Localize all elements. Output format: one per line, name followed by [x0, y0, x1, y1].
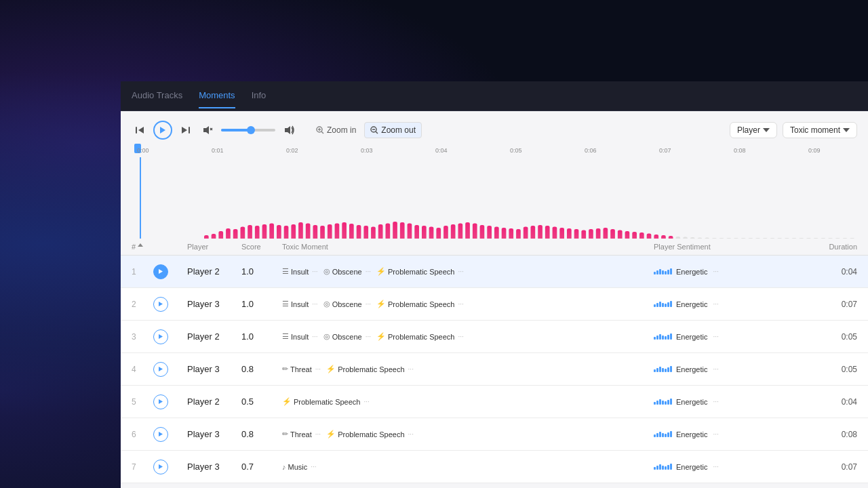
sentiment-more-dots[interactable]: ··· — [713, 333, 718, 340]
svg-rect-3 — [189, 127, 190, 134]
tag-more-dots[interactable]: ··· — [311, 463, 316, 470]
tag-more-dots[interactable]: ··· — [312, 333, 317, 340]
row-play-button[interactable] — [153, 460, 168, 474]
table-row[interactable]: 5Player 20.5⚡Problematic Speech···Energe… — [121, 386, 868, 418]
tab-moments[interactable]: Moments — [199, 90, 235, 108]
tag-more-dots[interactable]: ··· — [366, 300, 371, 308]
tags-cell: ♪Music··· — [282, 463, 654, 471]
moment-filter-dropdown[interactable]: Toxic moment — [783, 122, 857, 138]
zoom-in-button[interactable]: Zoom in — [311, 123, 361, 138]
row-index: 4 — [132, 365, 153, 374]
time-6: 0:06 — [585, 147, 597, 154]
svg-rect-19 — [212, 234, 216, 239]
row-play-button[interactable] — [153, 297, 168, 312]
time-4: 0:04 — [435, 147, 448, 154]
svg-line-14 — [376, 131, 378, 134]
sentiment-more-dots[interactable]: ··· — [713, 398, 718, 405]
col-header-score: Score — [241, 243, 282, 251]
play-col — [153, 264, 187, 279]
tag-more-dots[interactable]: ··· — [312, 300, 317, 308]
table-row[interactable]: 4Player 30.8✏Threat···⚡Problematic Speec… — [121, 353, 868, 386]
tag-more-dots[interactable]: ··· — [458, 333, 463, 340]
tab-info[interactable]: Info — [252, 90, 267, 108]
waveform-area[interactable] — [132, 157, 857, 239]
score-value: 0.8 — [241, 364, 282, 374]
svg-rect-37 — [342, 222, 347, 239]
tag-more-dots[interactable]: ··· — [408, 365, 414, 373]
row-play-button[interactable] — [153, 427, 168, 442]
tag: ⚡Problematic Speech··· — [326, 365, 414, 373]
svg-rect-33 — [313, 225, 318, 239]
sentiment-more-dots[interactable]: ··· — [713, 430, 718, 438]
sentiment-more-dots[interactable]: ··· — [713, 365, 718, 373]
waveform-svg — [132, 211, 857, 239]
player-filter-dropdown[interactable]: Player — [730, 122, 777, 138]
sentiment-more-dots[interactable]: ··· — [713, 300, 718, 308]
tag: ⚡Problematic Speech··· — [326, 430, 414, 439]
svg-rect-44 — [393, 222, 397, 239]
skip-forward-button[interactable] — [178, 122, 194, 138]
tag-more-dots[interactable]: ··· — [408, 430, 414, 438]
table-row[interactable]: 7Player 30.7♪Music···Energetic···0:07 — [121, 451, 868, 483]
time-5: 0:05 — [510, 147, 522, 154]
timeline-ruler: 0:00 0:01 0:02 0:03 0:04 0:05 0:06 0:07 … — [132, 144, 857, 157]
tag-more-dots[interactable]: ··· — [363, 398, 369, 405]
time-1: 0:01 — [212, 147, 224, 154]
tag-more-dots[interactable]: ··· — [315, 430, 321, 438]
tag-icon: ⚡ — [326, 430, 336, 439]
row-index: 7 — [132, 462, 153, 472]
row-play-button[interactable] — [153, 394, 168, 409]
tag-label: Problematic Speech — [294, 398, 360, 406]
tag-more-dots[interactable]: ··· — [312, 268, 317, 275]
col-header-index[interactable]: # — [132, 243, 153, 251]
svg-rect-69 — [574, 229, 579, 239]
tag-more-dots[interactable]: ··· — [315, 365, 321, 373]
play-button[interactable] — [153, 121, 172, 140]
svg-marker-16 — [763, 128, 770, 132]
svg-rect-62 — [524, 227, 528, 239]
sentiment-more-dots[interactable]: ··· — [713, 268, 718, 275]
tag-label: Problematic Speech — [388, 268, 454, 276]
svg-rect-73 — [604, 228, 608, 239]
table-row[interactable]: 1Player 21.0☰Insult···◎Obscene···⚡Proble… — [121, 256, 868, 288]
tag-more-dots[interactable]: ··· — [458, 268, 463, 275]
score-value: 0.8 — [241, 429, 282, 439]
tag-more-dots[interactable]: ··· — [366, 268, 371, 275]
table-row[interactable]: 2Player 31.0☰Insult···◎Obscene···⚡Proble… — [121, 288, 868, 321]
svg-rect-34 — [320, 226, 325, 239]
svg-rect-66 — [553, 227, 557, 239]
row-play-button[interactable] — [153, 329, 168, 344]
tag-label: Insult — [291, 268, 309, 276]
svg-marker-17 — [843, 128, 850, 132]
mute-button[interactable] — [199, 122, 216, 138]
table-area[interactable]: # Player Score Toxic Moment Player Senti… — [121, 239, 868, 488]
volume-slider[interactable] — [221, 129, 275, 131]
tag: ◎Obscene··· — [323, 267, 371, 276]
svg-rect-61 — [516, 229, 521, 239]
play-col — [153, 394, 187, 409]
sentiment-bars-icon — [654, 431, 672, 437]
table-row[interactable]: 6Player 30.8✏Threat···⚡Problematic Speec… — [121, 418, 868, 451]
time-8: 0:08 — [734, 147, 746, 154]
player-name: Player 3 — [187, 462, 241, 472]
col-header-player: Player — [187, 243, 241, 251]
play-col — [153, 297, 187, 312]
zoom-out-button[interactable]: Zoom out — [364, 122, 422, 138]
table-row[interactable]: 3Player 21.0☰Insult···◎Obscene···⚡Proble… — [121, 321, 868, 353]
svg-rect-60 — [509, 228, 513, 239]
svg-marker-113 — [159, 399, 163, 404]
tag-icon: ✏ — [282, 365, 288, 373]
tag-more-dots[interactable]: ··· — [366, 333, 371, 340]
table-rows-container: 1Player 21.0☰Insult···◎Obscene···⚡Proble… — [121, 256, 868, 483]
tab-audio-tracks[interactable]: Audio Tracks — [132, 90, 182, 108]
sentiment-more-dots[interactable]: ··· — [713, 463, 718, 470]
row-play-button[interactable] — [153, 362, 168, 377]
tag-more-dots[interactable]: ··· — [458, 300, 463, 308]
tag: ⚡Problematic Speech··· — [376, 332, 464, 341]
tag: ☰Insult··· — [282, 300, 318, 308]
skip-back-button[interactable] — [132, 122, 148, 138]
row-play-button[interactable] — [153, 264, 168, 279]
svg-rect-41 — [371, 227, 376, 239]
svg-rect-22 — [233, 229, 238, 239]
sentiment-bars-icon — [654, 268, 672, 274]
